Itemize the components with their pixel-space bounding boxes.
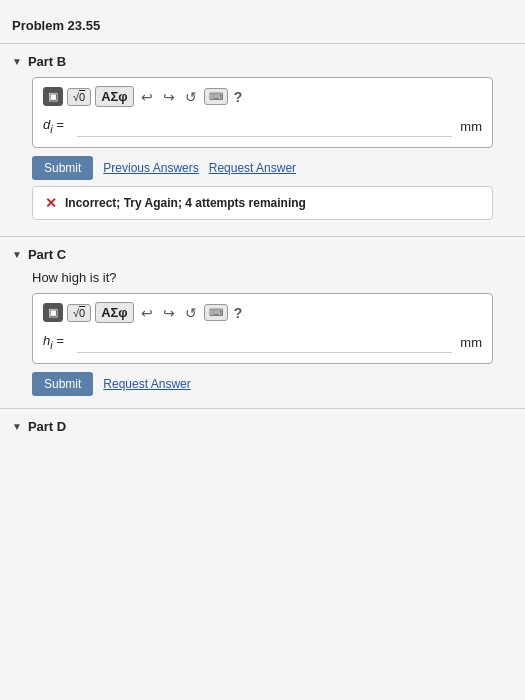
part-c-symbol-btn[interactable]: ΑΣφ <box>95 302 134 323</box>
part-b-answer-row: di = mm <box>43 115 482 137</box>
problem-title: Problem 23.55 <box>0 10 525 43</box>
part-b-reset-btn[interactable]: ↺ <box>182 88 200 106</box>
part-c-reset-btn[interactable]: ↺ <box>182 304 200 322</box>
part-c-matrix-icon: ▣ <box>48 306 58 319</box>
part-c-request-answer-btn[interactable]: Request Answer <box>103 377 190 391</box>
part-b-error-message: Incorrect; Try Again; 4 attempts remaini… <box>65 196 306 210</box>
part-b-previous-answers-btn[interactable]: Previous Answers <box>103 161 198 175</box>
keyboard-icon: ⌨ <box>209 91 223 102</box>
part-c-answer-input[interactable] <box>77 331 452 353</box>
sqrt-icon: √0 <box>73 91 85 103</box>
part-c-answer-label: hi = <box>43 333 71 351</box>
part-c-help-btn[interactable]: ? <box>232 305 245 321</box>
part-d-section: ▼ Part D <box>0 409 525 448</box>
part-b-sqrt-btn[interactable]: √0 <box>67 88 91 106</box>
part-b-toolbar: ▣ √0 ΑΣφ ↩ ↪ ↺ ⌨ ? <box>43 86 482 107</box>
part-d-header: ▼ Part D <box>12 419 513 434</box>
part-c-section: ▼ Part C How high is it? ▣ √0 ΑΣφ ↩ ↪ ↺ … <box>0 237 525 408</box>
part-b-error-icon: ✕ <box>45 195 57 211</box>
part-c-description: How high is it? <box>32 270 493 285</box>
part-b-error-row: ✕ Incorrect; Try Again; 4 attempts remai… <box>32 186 493 220</box>
part-b-matrix-btn[interactable]: ▣ <box>43 87 63 106</box>
part-c-keyboard-icon: ⌨ <box>209 307 223 318</box>
part-c-sqrt-btn[interactable]: √0 <box>67 304 91 322</box>
part-b-request-answer-btn[interactable]: Request Answer <box>209 161 296 175</box>
part-c-sqrt-icon: √0 <box>73 307 85 319</box>
part-b-unit: mm <box>458 119 482 134</box>
part-b-header: ▼ Part B <box>12 54 513 69</box>
page: Problem 23.55 ▼ Part B ▣ √0 ΑΣφ ↩ ↪ ↺ ⌨ <box>0 0 525 700</box>
part-c-toolbar: ▣ √0 ΑΣφ ↩ ↪ ↺ ⌨ ? <box>43 302 482 323</box>
part-b-collapse-icon[interactable]: ▼ <box>12 56 22 67</box>
part-b-redo-btn[interactable]: ↪ <box>160 88 178 106</box>
part-d-label: Part D <box>28 419 66 434</box>
part-b-symbol-btn[interactable]: ΑΣφ <box>95 86 134 107</box>
part-b-help-btn[interactable]: ? <box>232 89 245 105</box>
matrix-icon: ▣ <box>48 90 58 103</box>
part-c-undo-btn[interactable]: ↩ <box>138 304 156 322</box>
part-c-input-box: ▣ √0 ΑΣφ ↩ ↪ ↺ ⌨ ? hi = mm <box>32 293 493 364</box>
part-b-answer-input[interactable] <box>77 115 452 137</box>
part-c-keyboard-btn[interactable]: ⌨ <box>204 304 228 321</box>
part-b-keyboard-btn[interactable]: ⌨ <box>204 88 228 105</box>
part-b-undo-btn[interactable]: ↩ <box>138 88 156 106</box>
part-b-answer-label: di = <box>43 117 71 135</box>
part-c-label: Part C <box>28 247 66 262</box>
part-c-submit-btn[interactable]: Submit <box>32 372 93 396</box>
part-b-section: ▼ Part B ▣ √0 ΑΣφ ↩ ↪ ↺ ⌨ ? <box>0 44 525 236</box>
part-c-matrix-btn[interactable]: ▣ <box>43 303 63 322</box>
part-d-collapse-icon[interactable]: ▼ <box>12 421 22 432</box>
part-b-action-row: Submit Previous Answers Request Answer <box>32 156 493 180</box>
part-b-label: Part B <box>28 54 66 69</box>
part-c-header: ▼ Part C <box>12 247 513 262</box>
part-c-redo-btn[interactable]: ↪ <box>160 304 178 322</box>
part-c-answer-row: hi = mm <box>43 331 482 353</box>
part-b-input-box: ▣ √0 ΑΣφ ↩ ↪ ↺ ⌨ ? di = mm <box>32 77 493 148</box>
part-c-unit: mm <box>458 335 482 350</box>
part-b-submit-btn[interactable]: Submit <box>32 156 93 180</box>
part-c-action-row: Submit Request Answer <box>32 372 493 396</box>
part-c-collapse-icon[interactable]: ▼ <box>12 249 22 260</box>
